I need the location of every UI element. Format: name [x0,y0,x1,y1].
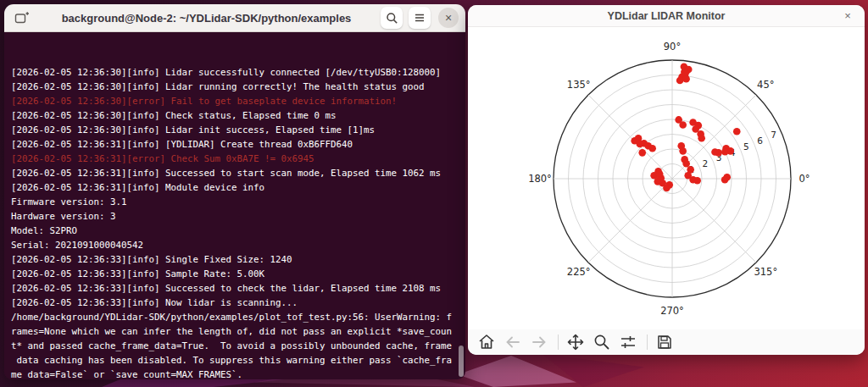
configure-subplots-icon [619,333,637,351]
terminal-line: [2026-02-05 12:36:30][error] Fail to get… [11,94,459,108]
configure-subplots-button[interactable] [618,332,638,352]
save-icon [655,333,674,351]
svg-text:270°: 270° [660,305,684,317]
pan-button[interactable] [565,332,586,352]
svg-text:315°: 315° [754,266,777,278]
svg-text:90°: 90° [664,41,681,53]
search-icon [386,12,398,25]
menu-button[interactable] [409,7,431,29]
svg-text:225°: 225° [567,266,591,278]
terminal-line: [2026-02-05 12:36:33][info] Sample Rate:… [11,267,459,281]
terminal-line: [2026-02-05 12:36:31][error] Check Sum 0… [11,152,459,166]
terminal-line: Model: S2PRO [11,224,459,238]
terminal-line: [2026-02-05 12:36:30][info] Lidar runnin… [11,80,459,94]
svg-text:180°: 180° [528,173,552,185]
forward-button[interactable] [529,332,549,352]
terminal-line: [2026-02-05 12:36:30][info] Lidar init s… [11,123,459,137]
svg-text:0°: 0° [798,173,810,185]
terminal-line: Serial: 2021091000040542 [11,238,459,252]
lidar-monitor-window: YDLidar LIDAR Monitor × 0°45°90°135°180°… [468,5,865,355]
svg-text:5: 5 [743,141,749,152]
terminal-line: [2026-02-05 12:36:31][info] [YDLIDAR] Cr… [11,137,459,152]
polar-plot-canvas[interactable]: 0°45°90°135°180°225°270°315°1234567 [468,27,865,329]
terminal-window: background@Node-2: ~/YDLidar-SDK/python/… [4,4,465,379]
terminal-line: Hardware version: 3 [11,209,459,224]
terminal-line: [2026-02-05 12:36:33][info] Single Fixed… [11,252,459,267]
home-icon [477,333,496,351]
terminal-titlebar[interactable]: background@Node-2: ~/YDLidar-SDK/python/… [4,4,465,32]
lidar-monitor-title: YDLidar LIDAR Monitor [468,10,865,22]
save-button[interactable] [654,332,675,352]
terminal-scrollbar[interactable] [459,346,464,377]
terminal-line: [2026-02-05 12:36:30][info] Check status… [11,108,459,123]
svg-text:7: 7 [771,130,776,140]
svg-text:6: 6 [757,135,763,146]
toolbar-separator [558,334,559,350]
hamburger-menu-icon [414,13,426,23]
new-tab-icon [14,11,30,25]
terminal-line: /home/background/YDLidar-SDK/python/exam… [11,310,459,324]
terminal-close-button[interactable]: × [438,8,459,28]
terminal-line: rames=None which we can infer the length… [11,324,459,339]
lidar-monitor-titlebar[interactable]: YDLidar LIDAR Monitor × [468,5,865,27]
polar-scatter-chart: 0°45°90°135°180°225°270°315°1234567 [468,27,865,329]
terminal-line: data caching has been disabled. To suppr… [11,353,459,368]
terminal-line: [2026-02-05 12:36:31][info] Successed to… [11,166,459,180]
terminal-line: me_data=False` or `save_count=MAX_FRAMES… [11,368,459,379]
zoom-button[interactable] [592,332,612,352]
matplotlib-toolbar [468,329,865,355]
home-button[interactable] [476,332,497,352]
svg-text:45°: 45° [757,79,774,91]
terminal-line: [2026-02-05 12:36:30][info] Lidar succes… [11,65,459,80]
toolbar-separator [647,334,648,350]
terminal-line: [2026-02-05 12:36:33][info] Now lidar is… [11,296,459,310]
svg-text:2: 2 [702,158,708,169]
search-button[interactable] [381,7,403,29]
terminal-lines: [2026-02-05 12:36:30][info] Lidar succes… [11,65,459,379]
terminal-line: [2026-02-05 12:36:33][info] Successed to… [11,281,459,296]
back-icon [504,333,522,351]
pan-icon [566,333,585,351]
svg-text:135°: 135° [567,79,591,91]
forward-icon [530,333,548,351]
terminal-line: t* and passed cache_frame_data=True. To … [11,339,459,353]
terminal-title: background@Node-2: ~/YDLidar-SDK/python/… [38,12,375,25]
terminal-line: Firmware version: 3.1 [11,195,459,209]
lidar-monitor-close-button[interactable]: × [840,8,855,24]
back-button[interactable] [503,332,523,352]
terminal-line: [2026-02-05 12:36:31][info] Module devic… [11,180,459,195]
new-tab-button[interactable] [11,7,33,29]
terminal-output[interactable]: [2026-02-05 12:36:30][info] Lidar succes… [4,32,465,379]
zoom-icon [593,333,611,351]
